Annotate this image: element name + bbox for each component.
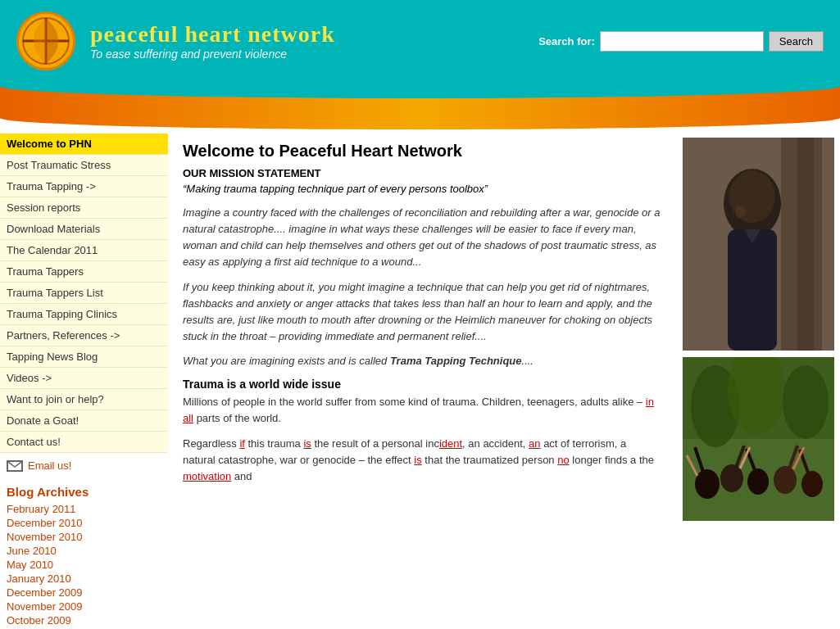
header: peaceful heart network To ease suffering…: [0, 0, 840, 82]
email-block: Email us!: [0, 453, 168, 478]
mission-label: OUR MISSION STATEMENT: [183, 167, 661, 179]
link-no[interactable]: no: [557, 454, 569, 466]
sidebar: Welcome to PHN Post Traumatic Stress Tra…: [0, 129, 168, 629]
email-icon: [7, 460, 23, 472]
para-3-prefix: What you are imagining exists and is cal…: [183, 355, 390, 367]
header-left: peaceful heart network To ease suffering…: [16, 11, 335, 70]
search-area: Search for: Search: [538, 31, 824, 52]
wave-decoration-2: [0, 115, 840, 129]
link-if[interactable]: if: [239, 437, 245, 450]
svg-point-18: [747, 468, 769, 495]
svg-point-22: [801, 471, 823, 497]
link-in[interactable]: in: [646, 396, 654, 408]
sidebar-item-trauma-tapping[interactable]: Trauma Tapping ->: [0, 176, 168, 197]
main-content: Welcome to Peaceful Heart Network OUR MI…: [168, 129, 676, 629]
para-1: Imagine a country faced with the challen…: [183, 205, 661, 271]
sidebar-item-contact-us[interactable]: Contact us!: [0, 432, 168, 453]
archive-link-dec-2010[interactable]: December 2010: [7, 516, 161, 530]
link-an[interactable]: an: [529, 437, 540, 450]
svg-point-16: [720, 464, 743, 492]
para-3-suffix: ....: [522, 355, 534, 367]
wave-decoration-1: [0, 82, 840, 115]
main-layout: Welcome to PHN Post Traumatic Stress Tra…: [0, 129, 840, 629]
site-title: peaceful heart network: [90, 21, 335, 48]
svg-point-14: [695, 469, 720, 499]
archive-link-may-2010[interactable]: May 2010: [7, 558, 161, 572]
sidebar-item-tapping-news-blog[interactable]: Tapping News Blog: [0, 346, 168, 368]
archive-link-dec-2009[interactable]: December 2009: [7, 586, 161, 600]
para-4: Millions of people in the world suffer f…: [183, 394, 661, 427]
site-tagline: To ease suffering and prevent violence: [90, 48, 335, 61]
photo-man: [683, 138, 834, 351]
link-is[interactable]: is: [303, 437, 311, 450]
sidebar-item-videos[interactable]: Videos ->: [0, 368, 168, 389]
svg-rect-8: [728, 229, 777, 351]
search-button[interactable]: Search: [769, 31, 824, 52]
sidebar-item-session-reports[interactable]: Session reports: [0, 197, 168, 219]
photo-crowd: [683, 357, 834, 521]
sidebar-item-trauma-tappers[interactable]: Trauma Tappers: [0, 261, 168, 283]
sidebar-item-post-traumatic[interactable]: Post Traumatic Stress: [0, 155, 168, 176]
para-3: What you are imagining exists and is cal…: [183, 353, 661, 369]
images-column: [676, 129, 840, 629]
archive-link-nov-2010[interactable]: November 2010: [7, 530, 161, 544]
archive-link-jan-2010[interactable]: January 2010: [7, 572, 161, 586]
sidebar-item-calendar-2011[interactable]: The Calendar 2011: [0, 240, 168, 261]
svg-rect-5: [797, 138, 814, 351]
link-motivation[interactable]: motivation: [183, 470, 231, 482]
svg-point-20: [774, 466, 797, 494]
sidebar-item-want-to-join[interactable]: Want to join or help?: [0, 389, 168, 410]
site-logo: [16, 11, 75, 70]
archive-link-oct-2009[interactable]: October 2009: [7, 613, 161, 627]
sidebar-item-trauma-tappers-list[interactable]: Trauma Tappers List: [0, 283, 168, 304]
archive-link-jun-2010[interactable]: June 2010: [7, 544, 161, 558]
section-heading-trauma: Trauma is a world wide issue: [183, 378, 661, 391]
page-title: Welcome to Peaceful Heart Network: [183, 142, 661, 161]
sidebar-item-partners-references[interactable]: Partners, References ->: [0, 325, 168, 346]
blog-archives-title: Blog Archives: [7, 485, 161, 499]
archive-link-nov-2009[interactable]: November 2009: [7, 600, 161, 613]
blog-archives-section: Blog Archives February 2011 December 201…: [0, 478, 168, 629]
mission-quote: “Making trauma tapping technique part of…: [183, 183, 661, 195]
site-title-block: peaceful heart network To ease suffering…: [90, 21, 335, 61]
sidebar-item-donate-goat[interactable]: Donate a Goat!: [0, 410, 168, 432]
sidebar-item-welcome[interactable]: Welcome to PHN: [0, 133, 168, 155]
link-is2[interactable]: is: [414, 454, 421, 466]
search-input[interactable]: [600, 31, 764, 52]
para-2: If you keep thinking about it, you might…: [183, 279, 661, 346]
para-5: Regardless if this trauma is the result …: [183, 436, 661, 485]
archive-link-feb-2011[interactable]: February 2011: [7, 502, 161, 516]
svg-point-13: [783, 365, 829, 439]
para-3-highlight: Trama Tapping Technique: [390, 355, 522, 367]
sidebar-item-trauma-tapping-clinics[interactable]: Trauma Tapping Clinics: [0, 304, 168, 325]
email-link[interactable]: Email us!: [28, 459, 71, 472]
link-all[interactable]: all: [183, 412, 193, 424]
link-ident[interactable]: ident: [439, 437, 462, 450]
search-label: Search for:: [538, 35, 595, 48]
sidebar-item-download-materials[interactable]: Download Materials: [0, 219, 168, 240]
